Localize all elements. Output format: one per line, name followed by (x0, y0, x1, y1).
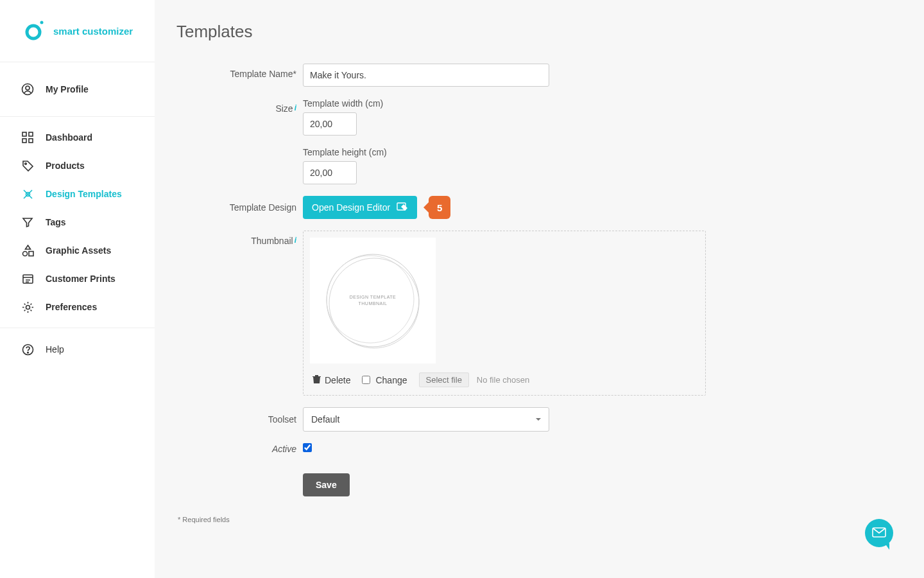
brand-logo-icon (22, 19, 44, 43)
callout-number: 5 (429, 196, 450, 219)
svg-point-10 (22, 251, 27, 256)
logo[interactable]: smart customizer (0, 0, 155, 62)
thumbnail-actions: Delete Change Select file No file chosen (310, 371, 699, 389)
no-file-label: No file chosen (477, 375, 529, 385)
editor-icon (397, 202, 408, 213)
svg-point-1 (40, 21, 44, 24)
thumbnail-preview: DESIGN TEMPLATETHUMBNAIL (310, 238, 436, 363)
sidebar: smart customizer My Profile Dashboa (0, 0, 155, 578)
info-icon[interactable]: i (295, 236, 296, 245)
svg-rect-6 (22, 139, 26, 143)
thumbnail-delete-button[interactable]: Delete (312, 374, 350, 386)
callout-arrow-icon (424, 202, 429, 213)
nav-bottom-section: Help (0, 328, 155, 371)
row-template-design: Template Design Open Design Editor 5 (176, 196, 898, 219)
save-button[interactable]: Save (303, 473, 350, 496)
nav-item-label: Products (46, 161, 85, 171)
nav-dashboard[interactable]: Dashboard (0, 123, 155, 152)
thumbnail-dropzone: DESIGN TEMPLATETHUMBNAIL Delete Chan (303, 231, 706, 396)
brand-name: smart customizer (53, 26, 133, 37)
label-template-name: Template Name* (176, 64, 303, 79)
row-active: Active (176, 443, 898, 454)
active-checkbox[interactable] (303, 443, 312, 452)
trash-icon (312, 374, 321, 386)
filter-icon (21, 216, 34, 229)
nav-item-label: Preferences (46, 302, 97, 312)
nav-help[interactable]: Help (0, 328, 155, 371)
tag-icon (21, 159, 34, 172)
page-title: Templates (176, 22, 898, 42)
label-template-design: Template Design (176, 202, 303, 213)
toolset-select[interactable]: Default (303, 407, 549, 432)
svg-point-8 (24, 162, 26, 164)
label-active: Active (176, 444, 303, 454)
nav-item-label: My Profile (46, 84, 89, 94)
svg-point-3 (26, 86, 30, 90)
prints-icon (21, 272, 34, 285)
label-template-height: Template height (cm) (303, 147, 726, 157)
svg-point-13 (26, 305, 30, 309)
nav-item-label: Customer Prints (46, 274, 116, 284)
nav-item-label: Graphic Assets (46, 245, 111, 256)
thumbnail-caption: DESIGN TEMPLATETHUMBNAIL (350, 294, 397, 307)
step-callout: 5 (424, 196, 450, 219)
thumbnail-change-button[interactable]: Change (362, 375, 407, 385)
label-template-width: Template width (cm) (303, 98, 726, 109)
nav-item-label: Dashboard (46, 132, 92, 143)
chat-fab-button[interactable] (865, 519, 893, 547)
thumbnail-change-checkbox[interactable] (362, 376, 370, 384)
svg-rect-5 (29, 132, 33, 136)
gear-icon (21, 301, 34, 313)
svg-point-15 (27, 352, 28, 353)
chevron-down-icon (536, 418, 541, 421)
nav-preferences[interactable]: Preferences (0, 293, 155, 321)
nav-my-profile[interactable]: My Profile (0, 62, 155, 116)
nav-tags[interactable]: Tags (0, 208, 155, 236)
label-size: Sizei (176, 98, 303, 114)
svg-point-0 (27, 26, 40, 39)
open-design-editor-button[interactable]: Open Design Editor (303, 196, 417, 219)
svg-rect-4 (22, 132, 26, 136)
nav-main-section: Dashboard Products Design Templates (0, 117, 155, 328)
nav-graphic-assets[interactable]: Graphic Assets (0, 236, 155, 265)
toolset-selected-value: Default (311, 414, 339, 425)
button-label: Open Design Editor (312, 202, 390, 213)
user-circle-icon (21, 83, 34, 96)
row-size: Sizei Template width (cm) Template heigh… (176, 98, 898, 184)
required-fields-note: * Required fields (178, 516, 898, 523)
mail-icon (872, 527, 886, 539)
nav-item-label: Help (46, 344, 64, 355)
input-template-width[interactable] (303, 112, 357, 136)
dashboard-icon (21, 131, 34, 144)
shapes-icon (21, 244, 34, 257)
main-content: Templates Template Name* Sizei Template … (155, 0, 924, 578)
svg-rect-7 (29, 139, 33, 143)
nav-customer-prints[interactable]: Customer Prints (0, 265, 155, 293)
help-icon (21, 343, 34, 356)
row-thumbnail: Thumbnaili DESIGN TEMPLATETHUMBNAIL (176, 231, 898, 396)
info-icon[interactable]: i (295, 103, 296, 112)
nav-item-label: Tags (46, 217, 66, 227)
nav-products[interactable]: Products (0, 152, 155, 180)
design-templates-icon (21, 188, 34, 200)
select-file-button[interactable]: Select file (419, 372, 469, 387)
input-template-height[interactable] (303, 161, 357, 184)
svg-rect-11 (29, 251, 33, 256)
nav-design-templates[interactable]: Design Templates (0, 180, 155, 208)
input-template-name[interactable] (303, 64, 549, 87)
row-save: Save (176, 473, 898, 496)
row-template-name: Template Name* (176, 64, 898, 87)
nav-profile-section: My Profile (0, 62, 155, 117)
nav-item-label: Design Templates (46, 189, 122, 199)
row-toolset: Toolset Default (176, 407, 898, 432)
label-thumbnail: Thumbnaili (176, 231, 303, 246)
label-toolset: Toolset (176, 414, 303, 425)
